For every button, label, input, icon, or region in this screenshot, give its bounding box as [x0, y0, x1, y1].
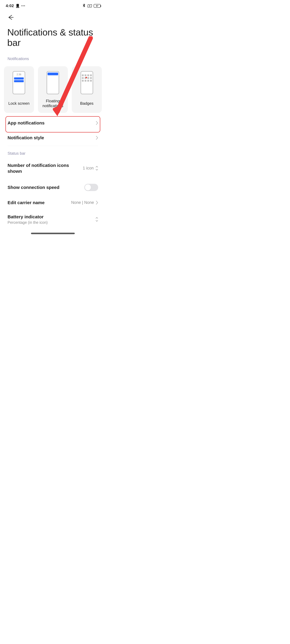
status-bar: 4:02 ✕ 67	[0, 0, 106, 10]
bluetooth-icon	[82, 3, 86, 8]
lock-screen-preview-icon: 2:36	[13, 71, 25, 94]
card-floating-notifications[interactable]: Floating notifications	[38, 66, 68, 113]
back-button[interactable]	[7, 14, 99, 21]
item-edit-carrier-name[interactable]: Edit carrier name None | None	[0, 196, 106, 210]
section-notifications-label: Notifications	[0, 50, 106, 62]
vibrate-icon	[16, 4, 19, 8]
no-sim-icon: ✕	[88, 4, 92, 8]
divider	[8, 146, 98, 146]
status-time: 4:02	[6, 4, 14, 8]
more-notifications-icon	[22, 6, 25, 6]
item-battery-indicator[interactable]: Battery indicator Percentage (in the ico…	[0, 210, 106, 226]
up-down-icon	[96, 217, 98, 222]
toggle-connection-speed[interactable]	[84, 184, 98, 191]
gesture-bar[interactable]	[31, 233, 75, 234]
item-notification-style[interactable]: Notification style	[0, 130, 106, 145]
chevron-right-icon	[96, 136, 98, 140]
section-status-bar-label: Status bar	[0, 148, 106, 157]
badges-preview-icon	[81, 71, 93, 94]
item-app-notifications[interactable]: App notifications	[0, 116, 106, 130]
carrier-value: None | None	[71, 200, 94, 205]
notification-category-cards: 2:36 Lock screen Floating notifications	[0, 62, 106, 113]
chevron-right-icon	[96, 121, 98, 125]
battery-icon: 67	[94, 4, 101, 8]
chevron-right-icon	[96, 200, 98, 205]
page-title: Notifications & status bar	[0, 24, 106, 50]
number-icons-value: 1 icon	[83, 166, 94, 170]
item-number-icons[interactable]: Number of notification icons shown 1 ico…	[0, 157, 106, 179]
card-badges[interactable]: Badges	[72, 66, 102, 113]
item-show-connection-speed[interactable]: Show connection speed	[0, 179, 106, 196]
up-down-icon	[96, 166, 98, 170]
card-lock-screen[interactable]: 2:36 Lock screen	[4, 66, 34, 113]
floating-preview-icon	[47, 71, 59, 94]
